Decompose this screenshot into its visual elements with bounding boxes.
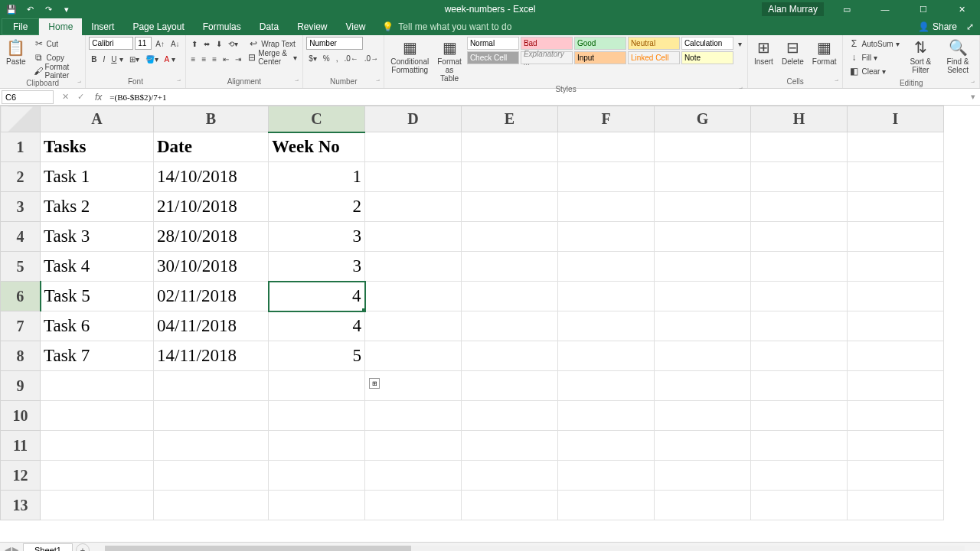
cell-E13[interactable] <box>462 491 558 520</box>
cell-H11[interactable] <box>751 431 848 461</box>
fill-button[interactable]: ↓Fill▾ <box>846 51 901 64</box>
style-linked-cell[interactable]: Linked Cell <box>628 51 680 64</box>
percent-icon[interactable]: % <box>321 51 332 65</box>
find-select-button[interactable]: 🔍Find & Select <box>939 37 976 76</box>
cell-H13[interactable] <box>751 491 848 520</box>
cell-E1[interactable] <box>462 132 558 162</box>
cell-E6[interactable] <box>462 282 558 311</box>
row-header-1[interactable]: 1 <box>1 132 41 162</box>
insert-cells-button[interactable]: ⊞Insert <box>751 37 776 67</box>
share-button[interactable]: Share <box>933 21 957 32</box>
row-header-6[interactable]: 6 <box>1 282 41 311</box>
cell-B13[interactable] <box>154 491 269 520</box>
cell-H7[interactable] <box>751 311 848 341</box>
cell-A9[interactable] <box>41 371 154 401</box>
cell-I2[interactable] <box>848 162 944 192</box>
cell-A7[interactable]: Task 6 <box>41 311 154 341</box>
undo-icon[interactable]: ↶ <box>23 2 37 16</box>
cell-I11[interactable] <box>848 431 944 461</box>
cell-E10[interactable] <box>462 401 558 431</box>
italic-button[interactable]: I <box>100 52 107 66</box>
tab-data[interactable]: Data <box>250 18 288 35</box>
cell-I1[interactable] <box>848 132 944 162</box>
row-header-4[interactable]: 4 <box>1 222 41 252</box>
cell-G2[interactable] <box>655 162 751 192</box>
cell-F7[interactable] <box>558 311 655 341</box>
sheet-nav-prev-icon[interactable]: ◀ <box>5 545 11 551</box>
cell-C7[interactable]: 4 <box>269 311 365 341</box>
align-top-icon[interactable]: ⬆ <box>189 37 200 51</box>
cell-B11[interactable] <box>154 431 269 461</box>
cell-G12[interactable] <box>655 461 751 491</box>
fx-icon[interactable]: fx <box>90 92 106 103</box>
conditional-formatting-button[interactable]: ▦Conditional Formatting <box>387 37 432 76</box>
cell-F11[interactable] <box>558 431 655 461</box>
underline-button[interactable]: U▾ <box>109 52 125 66</box>
cell-C10[interactable] <box>269 401 365 431</box>
format-painter-button[interactable]: 🖌Format Painter <box>31 64 83 78</box>
cell-E2[interactable] <box>462 162 558 192</box>
border-button[interactable]: ⊞▾ <box>127 52 142 66</box>
cell-H1[interactable] <box>751 132 848 162</box>
cell-G8[interactable] <box>655 341 751 371</box>
font-color-button[interactable]: A▾ <box>162 52 178 66</box>
row-header-9[interactable]: 9 <box>1 371 41 401</box>
cell-D13[interactable] <box>365 491 462 520</box>
cell-E5[interactable] <box>462 252 558 282</box>
cell-G11[interactable] <box>655 431 751 461</box>
cell-H2[interactable] <box>751 162 848 192</box>
format-cells-button[interactable]: ▦Format <box>809 37 840 67</box>
font-size-input[interactable] <box>135 37 152 50</box>
col-header-A[interactable]: A <box>41 106 154 132</box>
row-header-3[interactable]: 3 <box>1 192 41 222</box>
paste-button[interactable]: 📋 Paste <box>3 37 29 67</box>
row-header-13[interactable]: 13 <box>1 491 41 520</box>
col-header-C[interactable]: C <box>269 106 365 132</box>
tab-view[interactable]: View <box>337 18 375 35</box>
cell-E4[interactable] <box>462 222 558 252</box>
format-as-table-button[interactable]: ▦Format as Table <box>434 37 465 84</box>
cell-C1[interactable]: Week No <box>269 132 365 162</box>
decrease-decimal-icon[interactable]: .0→ <box>362 51 381 65</box>
cancel-formula-icon[interactable]: ✕ <box>58 90 72 104</box>
cell-C2[interactable]: 1 <box>269 162 365 192</box>
add-sheet-button[interactable]: + <box>76 543 90 552</box>
cell-C8[interactable]: 5 <box>269 341 365 371</box>
cell-E3[interactable] <box>462 192 558 222</box>
cell-C11[interactable] <box>269 431 365 461</box>
cell-H9[interactable] <box>751 371 848 401</box>
cell-D1[interactable] <box>365 132 462 162</box>
cell-I12[interactable] <box>848 461 944 491</box>
number-format-input[interactable] <box>306 37 363 50</box>
cell-I8[interactable] <box>848 341 944 371</box>
cell-B1[interactable]: Date <box>154 132 269 162</box>
cell-H4[interactable] <box>751 222 848 252</box>
cell-D8[interactable] <box>365 341 462 371</box>
cell-B6[interactable]: 02/11/2018 <box>154 282 269 311</box>
cell-C3[interactable]: 2 <box>269 192 365 222</box>
cell-I4[interactable] <box>848 222 944 252</box>
comma-icon[interactable]: , <box>334 51 341 65</box>
cell-H12[interactable] <box>751 461 848 491</box>
row-header-5[interactable]: 5 <box>1 252 41 282</box>
cell-A11[interactable] <box>41 431 154 461</box>
tab-file[interactable]: File <box>2 18 39 35</box>
name-box[interactable] <box>2 90 54 104</box>
cell-F12[interactable] <box>558 461 655 491</box>
cell-I3[interactable] <box>848 192 944 222</box>
tab-review[interactable]: Review <box>288 18 336 35</box>
select-all-corner[interactable] <box>1 106 41 132</box>
cell-C9[interactable] <box>269 371 365 401</box>
cell-C13[interactable] <box>269 491 365 520</box>
cell-G7[interactable] <box>655 311 751 341</box>
maximize-icon[interactable]: ☐ <box>908 0 939 18</box>
cell-D3[interactable] <box>365 192 462 222</box>
col-header-D[interactable]: D <box>365 106 462 132</box>
cell-D7[interactable] <box>365 311 462 341</box>
cell-F6[interactable] <box>558 282 655 311</box>
col-header-B[interactable]: B <box>154 106 269 132</box>
row-header-11[interactable]: 11 <box>1 431 41 461</box>
style-input[interactable]: Input <box>574 51 626 64</box>
fill-color-button[interactable]: 🪣▾ <box>143 52 161 66</box>
enter-formula-icon[interactable]: ✓ <box>74 90 87 104</box>
